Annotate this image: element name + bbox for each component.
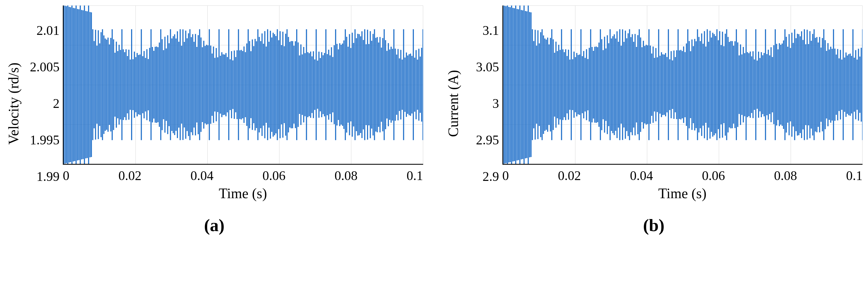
- ylabel-a: Velocity (rd/s): [5, 63, 22, 145]
- caption-a: (a): [204, 215, 225, 235]
- xticks-b: 0 0.02 0.04 0.06 0.08 0.1: [502, 168, 863, 183]
- chart-panel-a: Velocity (rd/s) 2.01 2.005 2 1.995 1.99: [5, 5, 423, 235]
- plot-a: [63, 5, 423, 165]
- waveform-a: [64, 5, 423, 164]
- xticks-a: 0 0.02 0.04 0.06 0.08 0.1: [63, 168, 423, 183]
- xlabel-a: Time (s): [63, 185, 423, 201]
- yticks-a: 2.01 2.005 2 1.995 1.99: [24, 24, 63, 183]
- waveform-b: [503, 5, 863, 164]
- caption-b: (b): [643, 215, 664, 235]
- yticks-b: 3.1 3.05 3 2.95 2.9: [464, 24, 502, 183]
- plot-b: [502, 5, 863, 165]
- chart-panel-b: Current (A) 3.1 3.05 3 2.95 2.9: [445, 5, 863, 235]
- xlabel-b: Time (s): [502, 185, 863, 201]
- ylabel-b: Current (A): [445, 70, 461, 137]
